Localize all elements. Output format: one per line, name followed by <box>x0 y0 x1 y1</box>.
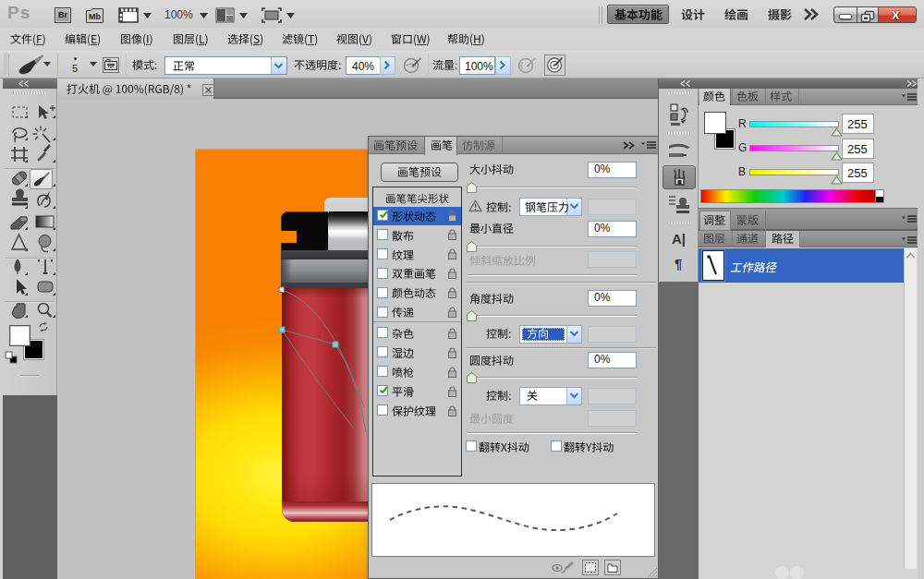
svg-text:Mb: Mb <box>89 12 101 21</box>
